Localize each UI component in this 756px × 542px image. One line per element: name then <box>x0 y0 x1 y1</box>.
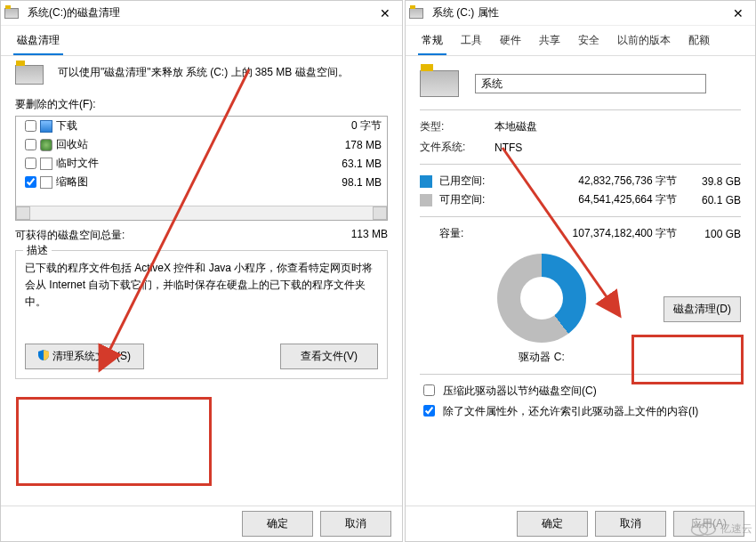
footer-left: 确定 取消 <box>1 506 402 541</box>
capacity-bytes: 107,374,182,400 字节 <box>507 226 688 241</box>
filesystem-value: NTFS <box>495 142 741 154</box>
file-name: 缩略图 <box>56 174 319 190</box>
free-swatch-icon <box>420 194 432 206</box>
properties-window: 系统 (C:) 属性 ✕ 常规工具硬件共享安全以前的版本配额 类型: 本地磁盘 … <box>405 0 756 542</box>
description-text: 已下载的程序文件包括 ActiveX 控件和 Java 小程序，你查看特定网页时… <box>25 260 378 311</box>
cancel-button[interactable]: 取消 <box>320 511 391 537</box>
tab-disk-cleanup[interactable]: 磁盘清理 <box>13 31 63 55</box>
file-name: 下载 <box>56 118 319 133</box>
tabs-right: 常规工具硬件共享安全以前的版本配额 <box>406 26 755 56</box>
ok-button[interactable]: 确定 <box>517 511 588 537</box>
capacity-label: 容量: <box>439 226 507 241</box>
compress-checkbox[interactable] <box>423 384 435 396</box>
filesystem-label: 文件系统: <box>420 140 495 155</box>
used-label: 已用空间: <box>439 174 507 189</box>
file-checkbox[interactable] <box>25 139 36 150</box>
index-checkbox-row[interactable]: 除了文件属性外，还允许索引此驱动器上文件的内容(I) <box>420 404 741 419</box>
free-space-row: 可用空间: 64,541,425,664 字节 60.1 GB <box>420 192 741 207</box>
free-label: 可用空间: <box>439 192 507 207</box>
description-group: 描述 已下载的程序文件包括 ActiveX 控件和 Java 小程序，你查看特定… <box>15 250 388 379</box>
used-space-row: 已用空间: 42,832,756,736 字节 39.8 GB <box>420 174 741 189</box>
files-to-delete-label: 要删除的文件(F): <box>15 97 388 112</box>
total-value: 113 MB <box>308 228 388 243</box>
file-size: 98.1 MB <box>319 176 382 189</box>
divider <box>420 216 741 217</box>
file-size: 63.1 MB <box>319 158 382 170</box>
donut-row: 驱动器 C: 磁盘清理(D) <box>420 254 741 365</box>
intro-text: 可以使用"磁盘清理"来释放 系统 (C:) 上的 385 MB 磁盘空间。 <box>58 65 349 80</box>
file-checkbox[interactable] <box>25 176 36 188</box>
volume-name-input[interactable] <box>475 74 706 93</box>
divider <box>420 374 741 375</box>
file-size: 0 字节 <box>319 118 382 133</box>
usage-donut-icon <box>497 254 586 343</box>
list-item[interactable]: 下载 0 字节 <box>16 117 387 135</box>
intro-row: 可以使用"磁盘清理"来释放 系统 (C:) 上的 385 MB 磁盘空间。 <box>15 65 388 85</box>
used-bytes: 42,832,756,736 字节 <box>507 174 688 189</box>
list-item[interactable]: 回收站 178 MB <box>16 135 387 154</box>
drive-icon <box>4 8 19 19</box>
scrollbar-horizontal[interactable] <box>16 206 387 220</box>
tab-3[interactable]: 共享 <box>535 31 564 55</box>
file-type-icon <box>40 176 52 189</box>
drive-icon <box>409 8 423 19</box>
file-size: 178 MB <box>319 139 382 151</box>
clean-system-files-label: 清理系统文件(S) <box>52 350 131 362</box>
view-files-button[interactable]: 查看文件(V) <box>280 344 378 369</box>
capacity-gb: 100 GB <box>688 228 741 240</box>
used-gb: 39.8 GB <box>688 175 741 188</box>
total-label: 可获得的磁盘空间总量: <box>15 228 308 243</box>
body-right: 类型: 本地磁盘 文件系统: NTFS 已用空间: 42,832,756,736… <box>406 56 755 506</box>
free-gb: 60.1 GB <box>688 194 741 206</box>
shield-icon <box>38 350 49 363</box>
file-name: 临时文件 <box>56 156 319 171</box>
scroll-track[interactable] <box>30 206 373 220</box>
ok-button[interactable]: 确定 <box>242 511 313 537</box>
file-name: 回收站 <box>56 137 319 152</box>
file-checkbox[interactable] <box>25 120 36 132</box>
close-icon[interactable]: ✕ <box>372 6 398 20</box>
description-legend: 描述 <box>23 243 52 258</box>
window-title-right: 系统 (C:) 属性 <box>429 5 725 20</box>
scroll-left-icon[interactable] <box>16 206 30 220</box>
free-bytes: 64,541,425,664 字节 <box>507 192 688 207</box>
body-left: 可以使用"磁盘清理"来释放 系统 (C:) 上的 385 MB 磁盘空间。 要删… <box>1 56 402 506</box>
compress-checkbox-row[interactable]: 压缩此驱动器以节约磁盘空间(C) <box>420 384 741 399</box>
disk-cleanup-window: 系统(C:)的磁盘清理 ✕ 磁盘清理 可以使用"磁盘清理"来释放 系统 (C:)… <box>0 0 403 542</box>
file-type-icon <box>40 139 52 151</box>
tabs-left: 磁盘清理 <box>1 26 402 56</box>
compress-label: 压缩此驱动器以节约磁盘空间(C) <box>443 384 597 399</box>
drive-icon <box>420 70 459 97</box>
capacity-row: 容量: 107,374,182,400 字节 100 GB <box>420 226 741 241</box>
close-icon[interactable]: ✕ <box>725 6 752 20</box>
type-label: 类型: <box>420 119 495 134</box>
list-item[interactable]: 临时文件 63.1 MB <box>16 154 387 173</box>
tab-5[interactable]: 以前的版本 <box>614 31 674 55</box>
file-list[interactable]: 下载 0 字节 回收站 178 MB 临时文件 63.1 MB 缩略图 98.1… <box>15 116 388 221</box>
window-title-left: 系统(C:)的磁盘清理 <box>24 5 372 20</box>
index-label: 除了文件属性外，还允许索引此驱动器上文件的内容(I) <box>443 404 698 419</box>
divider <box>420 164 741 165</box>
index-checkbox[interactable] <box>423 405 435 417</box>
list-item[interactable]: 缩略图 98.1 MB <box>16 173 387 191</box>
scroll-right-icon[interactable] <box>373 206 387 220</box>
tab-1[interactable]: 工具 <box>457 31 486 55</box>
watermark: 亿速云 <box>690 521 752 537</box>
file-type-icon <box>40 120 52 133</box>
tab-6[interactable]: 配额 <box>685 31 713 55</box>
tab-2[interactable]: 硬件 <box>496 31 525 55</box>
tab-4[interactable]: 安全 <box>575 31 603 55</box>
drive-icon <box>15 65 44 85</box>
type-value: 本地磁盘 <box>495 119 741 134</box>
button-row: 清理系统文件(S) 查看文件(V) <box>25 344 378 369</box>
cancel-button[interactable]: 取消 <box>595 511 666 537</box>
total-row: 可获得的磁盘空间总量: 113 MB <box>15 228 388 243</box>
clean-system-files-button[interactable]: 清理系统文件(S) <box>25 344 144 369</box>
titlebar-left[interactable]: 系统(C:)的磁盘清理 ✕ <box>1 1 402 26</box>
tab-0[interactable]: 常规 <box>418 31 446 55</box>
titlebar-right[interactable]: 系统 (C:) 属性 ✕ <box>406 1 755 26</box>
used-swatch-icon <box>420 175 432 188</box>
watermark-text: 亿速云 <box>720 522 752 537</box>
disk-cleanup-button[interactable]: 磁盘清理(D) <box>664 296 741 322</box>
file-checkbox[interactable] <box>25 158 36 169</box>
